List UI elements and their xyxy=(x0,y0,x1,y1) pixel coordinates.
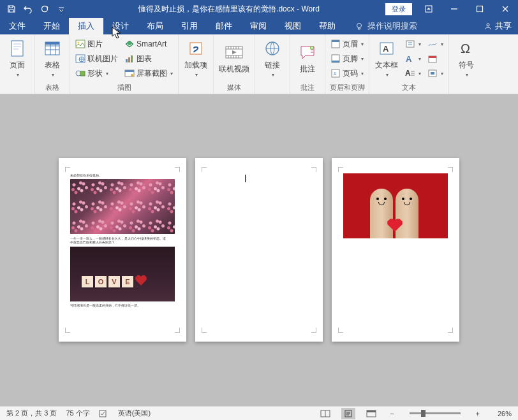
chevron-down-icon: ▾ xyxy=(195,72,198,78)
undo-button[interactable] xyxy=(20,1,36,17)
crop-mark xyxy=(65,328,70,333)
tell-me-search[interactable]: 操作说明搜索 xyxy=(350,18,422,34)
status-page[interactable]: 第 2 页，共 3 页 xyxy=(6,409,57,418)
qat-customize-button[interactable] xyxy=(54,1,69,17)
screenshot-icon xyxy=(124,69,135,78)
tab-view[interactable]: 视图 xyxy=(276,18,310,34)
footer-label: 页脚 xyxy=(343,54,358,64)
document-area[interactable]: 未必想得你乐得孤独。 一生一世一双人，一般感情长长久久，是人们心中憧憬美的初恋。… xyxy=(0,94,518,406)
chart-label: 图表 xyxy=(137,54,152,64)
shapes-label: 形状 xyxy=(87,68,103,79)
status-word-count[interactable]: 75 个字 xyxy=(66,409,89,418)
crop-mark xyxy=(448,328,453,333)
tell-me-label: 操作说明搜索 xyxy=(367,20,417,32)
group-links: 链接▾ xyxy=(255,34,290,94)
minimize-button[interactable] xyxy=(441,0,467,18)
smartart-button[interactable]: SmartArt xyxy=(122,37,175,51)
pictures-button[interactable]: 图片 xyxy=(73,37,121,51)
tab-design[interactable]: 设计 xyxy=(103,18,138,34)
page-number-button[interactable]: # 页码▾ xyxy=(328,66,366,80)
links-button[interactable]: 链接▾ xyxy=(258,36,287,80)
tab-mailings[interactable]: 邮件 xyxy=(207,18,241,34)
svg-point-4 xyxy=(487,24,489,26)
login-button[interactable]: 登录 xyxy=(385,3,412,15)
symbol-button[interactable]: Ω 符号▾ xyxy=(452,36,481,80)
crop-mark xyxy=(311,328,316,333)
page-1[interactable]: 未必想得你乐得孤独。 一生一世一双人，一般感情长长久久，是人们心中憧憬美的初恋。… xyxy=(59,158,186,342)
zoom-slider[interactable] xyxy=(410,412,461,414)
tab-file[interactable]: 文件 xyxy=(0,18,34,34)
image-love[interactable]: L O V E xyxy=(70,247,175,301)
crop-mark xyxy=(202,328,207,333)
ribbon-options-button[interactable] xyxy=(416,0,441,18)
pages-button[interactable]: 页面▾ xyxy=(3,36,32,80)
zoom-in-button[interactable]: + xyxy=(473,410,482,417)
video-icon xyxy=(224,42,244,62)
zoom-out-button[interactable]: − xyxy=(387,410,396,417)
tile: L xyxy=(82,276,93,287)
title-bar: 懂得及时止损，是你在感情里该有的觉悟.docx - Word 登录 xyxy=(0,0,518,18)
comment-button[interactable]: 批注 xyxy=(293,36,322,80)
signature-button[interactable]: ▾ xyxy=(425,37,446,51)
chevron-down-icon: ▾ xyxy=(52,72,54,78)
view-web-layout[interactable] xyxy=(364,408,378,419)
quick-parts-button[interactable]: ▾ xyxy=(403,37,424,51)
view-print-layout[interactable] xyxy=(341,408,355,419)
drop-cap-button[interactable]: A▾ xyxy=(403,66,424,80)
textbox-icon: A xyxy=(376,38,397,59)
tab-help[interactable]: 帮助 xyxy=(310,18,344,34)
group-illustrations: 图片 联机图片 形状▾ SmartArt 图表 xyxy=(70,34,179,94)
zoom-value[interactable]: 26% xyxy=(491,410,512,417)
footer-button[interactable]: 页脚▾ xyxy=(328,52,366,66)
header-button[interactable]: 页眉▾ xyxy=(328,37,366,51)
tab-layout[interactable]: 布局 xyxy=(138,18,172,34)
svg-rect-14 xyxy=(126,59,128,62)
tab-home[interactable]: 开始 xyxy=(34,18,69,34)
object-button[interactable]: ▾ xyxy=(425,66,446,80)
maximize-button[interactable] xyxy=(467,0,492,18)
page-3[interactable] xyxy=(332,158,459,342)
tab-references[interactable]: 引用 xyxy=(172,18,207,34)
wordart-button[interactable]: A▾ xyxy=(403,52,424,66)
footer-icon xyxy=(330,54,341,63)
svg-rect-44 xyxy=(367,410,376,412)
addins-label: 加载项 xyxy=(184,60,207,71)
svg-rect-27 xyxy=(332,61,339,62)
share-button[interactable]: 共享 xyxy=(484,18,512,34)
screenshot-button[interactable]: 屏幕截图▾ xyxy=(122,66,175,80)
online-video-button[interactable]: 联机视频 xyxy=(216,36,252,80)
addins-button[interactable]: 加载项▾ xyxy=(181,36,211,80)
omega-icon: Ω xyxy=(456,38,477,59)
svg-rect-16 xyxy=(131,55,133,62)
quick-parts-icon xyxy=(405,40,415,48)
chevron-down-icon: ▾ xyxy=(386,72,389,78)
quick-access-toolbar xyxy=(0,1,73,17)
status-spellcheck[interactable] xyxy=(99,409,109,418)
svg-rect-36 xyxy=(429,56,436,58)
group-comments-label: 批注 xyxy=(293,82,322,94)
tab-insert[interactable]: 插入 xyxy=(69,18,103,34)
view-read-mode[interactable] xyxy=(318,408,332,419)
datetime-icon xyxy=(427,54,438,63)
save-button[interactable] xyxy=(4,1,19,17)
image-fingers[interactable] xyxy=(343,173,448,238)
group-symbols-label xyxy=(452,84,481,94)
chevron-down-icon: ▾ xyxy=(361,71,364,76)
page-2[interactable] xyxy=(195,158,323,342)
shapes-button[interactable]: 形状▾ xyxy=(73,66,121,80)
table-button[interactable]: 表格▾ xyxy=(38,36,67,80)
pictures-label: 图片 xyxy=(87,39,103,50)
online-pictures-label: 联机图片 xyxy=(87,54,118,64)
online-pictures-button[interactable]: 联机图片 xyxy=(73,52,121,66)
svg-point-3 xyxy=(357,24,362,28)
chart-button[interactable]: 图表 xyxy=(122,52,175,66)
redo-button[interactable] xyxy=(37,1,52,17)
datetime-button[interactable] xyxy=(425,52,446,66)
image-flowers[interactable] xyxy=(70,179,175,234)
status-language[interactable]: 英语(美国) xyxy=(118,409,151,418)
close-button[interactable] xyxy=(492,0,518,18)
group-header-footer: 页眉▾ 页脚▾ # 页码▾ 页眉和页脚 xyxy=(325,34,369,94)
share-icon xyxy=(484,22,492,31)
tab-review[interactable]: 审阅 xyxy=(241,18,276,34)
textbox-button[interactable]: A 文本框▾ xyxy=(372,36,401,80)
